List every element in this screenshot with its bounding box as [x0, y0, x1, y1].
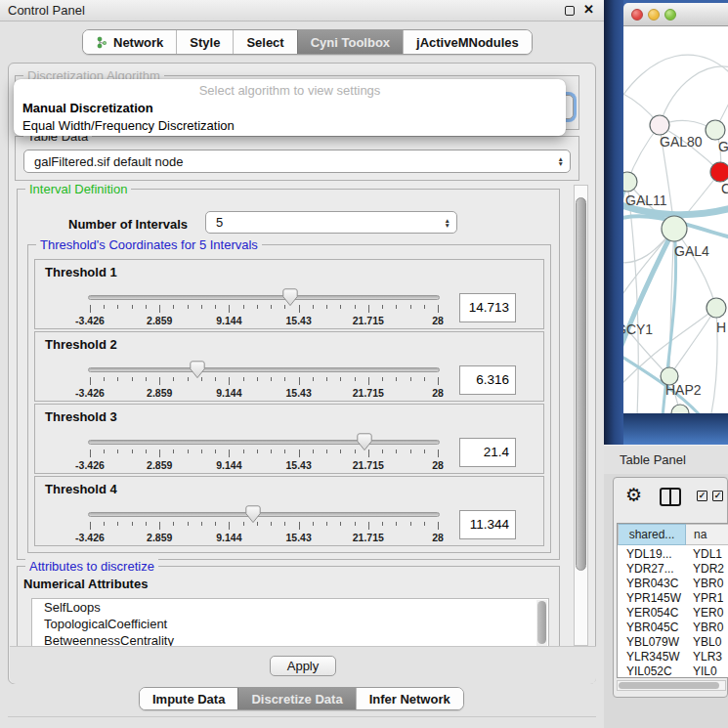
dropdown-option-equal-width-frequency-discretization[interactable]: Equal Width/Frequency Discretization: [14, 117, 566, 135]
table-hscrollbar[interactable]: [617, 680, 726, 691]
table-row[interactable]: YBR043CYBR0: [618, 577, 728, 591]
tick-label: 2.859: [147, 387, 172, 399]
network-node-G[interactable]: [706, 120, 725, 140]
panel-scrollbar-thumb[interactable]: [576, 197, 586, 571]
table-cell[interactable]: YBR0: [686, 577, 728, 591]
slider-ticks: [90, 450, 438, 459]
tick-label: 15.43: [285, 315, 311, 326]
checkbox-icon[interactable]: ✓: [697, 491, 707, 501]
threshold-value-field[interactable]: 11.344: [459, 510, 516, 539]
table-cell[interactable]: YDR2: [686, 562, 728, 577]
threshold-value-field[interactable]: 6.316: [459, 365, 516, 395]
table-hscrollbar-thumb[interactable]: [619, 682, 719, 689]
numerical-attributes-list[interactable]: SelfLoopsTopologicalCoefficientBetweenne…: [31, 598, 549, 646]
tab-infer-network[interactable]: Infer Network: [356, 688, 463, 709]
slider-track[interactable]: [88, 367, 440, 372]
threshold-slider[interactable]: -3.4262.8599.14415.4321.71528: [90, 362, 438, 403]
slider-track[interactable]: [88, 440, 440, 445]
table-cell[interactable]: YBL0: [686, 635, 728, 650]
table-cell[interactable]: YLR345W: [618, 650, 686, 664]
tab-cyni-toolbox[interactable]: Cyni Toolbox: [297, 30, 403, 54]
threshold-value-field[interactable]: 21.4: [459, 438, 516, 467]
network-node-GAL80[interactable]: [650, 115, 669, 135]
threshold-label: Threshold 4: [45, 482, 117, 496]
tick-label: 28: [432, 387, 444, 399]
table-row[interactable]: YER054CYER0: [618, 606, 728, 621]
threshold-value-field[interactable]: 14.713: [459, 293, 516, 322]
table-cell[interactable]: YBL079W: [618, 635, 686, 650]
apply-button[interactable]: Apply: [270, 656, 336, 676]
thresholds-group: Threshold's Coordinates for 5 Intervals …: [27, 244, 551, 553]
slider-track[interactable]: [88, 295, 440, 300]
table-cell[interactable]: YDL1: [686, 547, 728, 562]
table-cell[interactable]: YPR145W: [618, 591, 686, 606]
list-item-selfloops[interactable]: SelfLoops: [32, 599, 548, 616]
network-node-H[interactable]: [707, 298, 726, 318]
split-columns-icon[interactable]: [660, 488, 681, 506]
table-row[interactable]: YPR145WYPR1: [618, 591, 728, 606]
network-node-GAL4[interactable]: [662, 216, 687, 241]
table-cell[interactable]: YER054C: [618, 606, 686, 621]
network-window-titlebar[interactable]: [623, 3, 728, 26]
table-row[interactable]: YLR345WYLR3: [618, 650, 728, 664]
network-canvas[interactable]: GAL80GCGAL11GAL4GCY1HHAP2: [623, 26, 728, 413]
table-cell[interactable]: YER0: [686, 606, 728, 621]
column-header-na[interactable]: na: [686, 524, 728, 545]
stepper-icon[interactable]: ▲ ▼: [439, 218, 456, 228]
tick-label: -3.426: [75, 315, 105, 326]
table-row[interactable]: YBL079WYBL0: [618, 635, 728, 650]
table-cell[interactable]: YBR0: [686, 621, 728, 635]
node-label: HAP2: [665, 382, 702, 398]
table-row[interactable]: YDL19...YDL1: [618, 547, 728, 562]
minimize-traffic-light[interactable]: [648, 9, 660, 21]
thresholds-group-title: Threshold's Coordinates for 5 Intervals: [36, 237, 262, 252]
threshold-slider[interactable]: -3.4262.8599.14415.4321.71528: [90, 506, 438, 547]
stepper-icon[interactable]: ▲ ▼: [552, 156, 570, 166]
slider-track[interactable]: [88, 512, 440, 517]
threshold-slider[interactable]: -3.4262.8599.14415.4321.71528: [90, 289, 438, 330]
threshold-slider[interactable]: -3.4262.8599.14415.4321.71528: [90, 434, 438, 475]
network-node-GAL11[interactable]: [623, 172, 637, 192]
table-row[interactable]: YBR045CYBR0: [618, 621, 728, 635]
table-row[interactable]: YDR27...YDR2: [618, 562, 728, 577]
table-cell[interactable]: YPR1: [686, 591, 728, 606]
tab-discretize-data[interactable]: Discretize Data: [237, 688, 355, 709]
table-row[interactable]: YIL052CYIL0: [618, 664, 728, 678]
tab-style[interactable]: Style: [176, 30, 233, 54]
float-icon[interactable]: [565, 6, 575, 16]
table-cell[interactable]: YDR27...: [618, 562, 686, 577]
slider-tick-labels: -3.4262.8599.14415.4321.71528: [90, 387, 438, 399]
cyni-toolbox-pane: Discretization Algorithm ▲ ▼ Select algo…: [8, 63, 596, 684]
checkbox-icon[interactable]: ✓: [712, 491, 723, 501]
number-of-intervals-select[interactable]: 5 ▲ ▼: [205, 211, 457, 234]
close-traffic-light[interactable]: [631, 9, 643, 21]
list-item-betweennesscentrality[interactable]: BetweennessCentrality: [32, 632, 548, 646]
network-edge: [669, 308, 716, 376]
tab-select[interactable]: Select: [233, 30, 296, 54]
table-cell[interactable]: YLR3: [686, 650, 728, 664]
tick-label: 9.144: [216, 532, 241, 543]
tab-impute-data[interactable]: Impute Data: [140, 688, 237, 709]
table-cell[interactable]: YIL0: [686, 664, 728, 678]
close-icon[interactable]: ✕: [583, 2, 594, 17]
table-cell[interactable]: YIL052C: [618, 664, 686, 678]
control-panel-titlebar: Control Panel ✕: [0, 0, 604, 21]
tab-jactivemnodules[interactable]: jActiveMNodules: [403, 30, 532, 54]
table-cell[interactable]: YBR043C: [618, 577, 686, 591]
zoom-traffic-light[interactable]: [664, 9, 676, 21]
network-node-C[interactable]: [710, 162, 728, 182]
dropdown-option-manual-discretization[interactable]: Manual Discretization: [14, 100, 566, 117]
list-scrollbar[interactable]: [536, 600, 547, 646]
tick-label: 15.43: [285, 459, 311, 471]
gear-icon[interactable]: ⚙: [625, 486, 642, 505]
table-cell[interactable]: YDL19...: [618, 547, 686, 562]
column-header-shared[interactable]: shared...: [618, 524, 686, 545]
list-item-topologicalcoefficient[interactable]: TopologicalCoefficient: [32, 616, 548, 632]
table-cell[interactable]: YBR045C: [618, 621, 686, 635]
panel-scrollbar[interactable]: [574, 185, 588, 646]
list-scrollbar-thumb[interactable]: [537, 601, 546, 644]
tab-network[interactable]: Network: [83, 30, 176, 54]
network-node-node-bottom[interactable]: [671, 405, 689, 413]
table-data-select[interactable]: galFiltered.sif default node ▲ ▼: [23, 150, 571, 173]
dropdown-options: Manual DiscretizationEqual Width/Frequen…: [14, 100, 566, 135]
